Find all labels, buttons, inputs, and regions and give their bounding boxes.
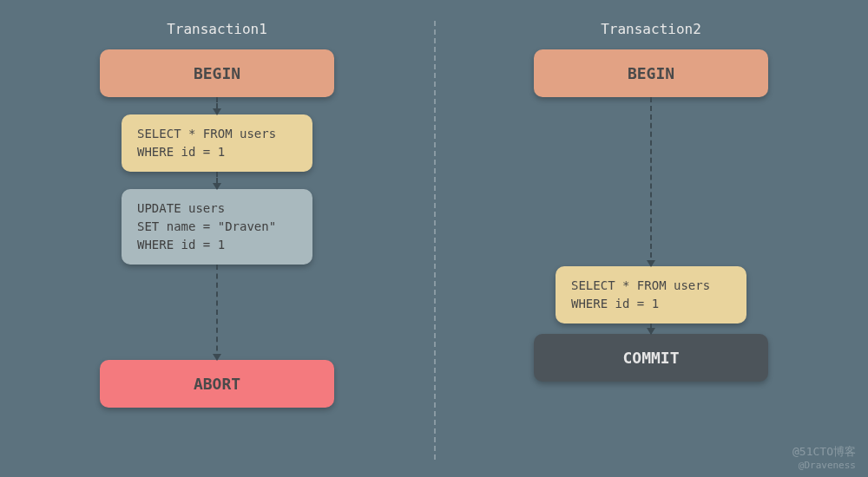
watermark-line-1: @51CTO博客	[792, 445, 856, 460]
transaction-1-title: Transaction1	[167, 21, 267, 37]
arrow-down-icon	[650, 323, 652, 334]
arrow-down-icon	[650, 97, 652, 266]
transaction-2-title: Transaction2	[601, 21, 701, 37]
update-box: UPDATE users SET name = "Draven" WHERE i…	[122, 189, 312, 265]
arrow-down-icon	[216, 97, 218, 114]
select-box: SELECT * FROM users WHERE id = 1	[122, 114, 312, 172]
column-divider	[434, 21, 436, 460]
arrow-down-icon	[216, 172, 218, 189]
arrow-down-icon	[216, 265, 218, 360]
begin-box: BEGIN	[100, 49, 334, 97]
transaction-2-column: Transaction2 BEGIN SELECT * FROM users W…	[434, 21, 868, 460]
watermark: @51CTO博客 @Draveness	[792, 445, 856, 472]
select-box: SELECT * FROM users WHERE id = 1	[556, 266, 746, 323]
abort-box: ABORT	[100, 360, 334, 408]
begin-box: BEGIN	[534, 49, 768, 97]
commit-box: COMMIT	[534, 334, 768, 382]
watermark-line-2: @Draveness	[792, 460, 856, 472]
transaction-1-column: Transaction1 BEGIN SELECT * FROM users W…	[0, 21, 434, 460]
